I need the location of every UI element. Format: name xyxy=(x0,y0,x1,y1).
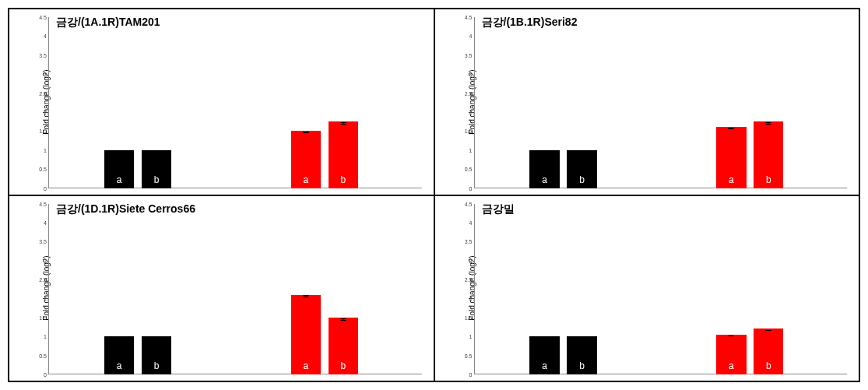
y-tick-label: 0.5 xyxy=(30,167,47,172)
y-tick-label: 2.5 xyxy=(30,277,47,283)
chart-title: 금강밀 xyxy=(482,202,515,216)
error-bar xyxy=(582,338,582,339)
plot-area: 00.511.522.533.544.5 abab xyxy=(48,204,422,375)
bar-inner-label: a xyxy=(304,360,309,371)
y-tick-label: 0 xyxy=(455,185,473,191)
y-tick-label: 0.5 xyxy=(30,353,47,358)
bar-red-b: b xyxy=(754,121,783,188)
bar-inner-label: a xyxy=(304,174,309,185)
y-tick-label: 1.5 xyxy=(30,128,47,134)
y-tick-label: 3.5 xyxy=(30,52,47,58)
error-bar xyxy=(305,295,306,297)
y-tick-label: 3.5 xyxy=(30,239,47,244)
y-tick-label: 4.5 xyxy=(30,15,47,20)
bar-red-a: a xyxy=(716,335,746,374)
y-tick-label: 3 xyxy=(30,258,47,263)
y-tick-label: 3 xyxy=(455,72,473,77)
y-ticks: 00.511.522.533.544.5 xyxy=(30,204,47,375)
y-tick-label: 3 xyxy=(30,72,47,77)
y-tick-label: 2.5 xyxy=(30,90,47,96)
chart-panel-2: 금강/(1D.1R)Siete Cerros66 Fold change (lo… xyxy=(9,195,434,382)
y-tick-label: 0 xyxy=(455,372,473,378)
plot-area: 00.511.522.533.544.5 abab xyxy=(48,17,422,188)
bar-inner-label: b xyxy=(766,174,771,185)
error-bar xyxy=(731,336,732,336)
bar-black-a: a xyxy=(104,336,134,374)
bars-container: abab xyxy=(48,204,422,375)
bar-black-b: b xyxy=(142,150,171,188)
bar-black-a: a xyxy=(529,336,559,374)
bar-red-b: b xyxy=(329,121,358,188)
bars-container: abab xyxy=(48,17,422,188)
y-tick-label: 1 xyxy=(30,334,47,339)
chart-title: 금강/(1A.1R)TAM201 xyxy=(56,16,160,30)
plot-area: 00.511.522.533.544.5 abab xyxy=(474,204,848,375)
y-tick-label: 3.5 xyxy=(455,52,473,58)
bar-inner-label: b xyxy=(340,360,346,371)
y-tick-label: 2.5 xyxy=(455,277,473,283)
error-bar xyxy=(544,338,545,339)
y-tick-label: 2 xyxy=(30,296,47,301)
error-bar xyxy=(343,318,343,321)
bar-inner-label: b xyxy=(154,174,160,185)
bar-inner-label: a xyxy=(117,174,122,185)
y-tick-label: 1.5 xyxy=(455,314,473,320)
bar-black-a: a xyxy=(104,150,134,188)
y-tick-label: 4 xyxy=(455,220,473,225)
y-tick-label: 2.5 xyxy=(455,90,473,96)
bar-inner-label: a xyxy=(729,174,734,185)
bar-inner-label: b xyxy=(579,360,585,371)
bar-black-b: b xyxy=(142,336,171,374)
plot-area: 00.511.522.533.544.5 abab xyxy=(474,17,848,188)
y-tick-label: 3.5 xyxy=(455,239,473,244)
bar-red-a: a xyxy=(716,127,746,188)
bar-red-b: b xyxy=(329,318,358,374)
bar-red-a: a xyxy=(291,131,321,188)
bar-inner-label: a xyxy=(542,360,547,371)
y-tick-label: 0.5 xyxy=(455,353,473,358)
error-bar xyxy=(731,128,732,129)
y-tick-label: 1 xyxy=(455,334,473,339)
y-tick-label: 4.5 xyxy=(455,15,473,20)
y-tick-label: 4 xyxy=(30,220,47,225)
bar-black-b: b xyxy=(567,336,596,374)
y-ticks: 00.511.522.533.544.5 xyxy=(455,204,473,375)
error-bar xyxy=(156,338,157,339)
error-bar xyxy=(119,151,120,152)
bar-inner-label: b xyxy=(579,174,585,185)
y-tick-label: 4.5 xyxy=(30,201,47,206)
y-tick-label: 4.5 xyxy=(455,201,473,206)
y-tick-label: 1 xyxy=(30,147,47,153)
error-bar xyxy=(119,338,120,339)
y-ticks: 00.511.522.533.544.5 xyxy=(455,17,473,188)
bar-black-a: a xyxy=(529,150,559,188)
bar-inner-label: a xyxy=(542,174,547,185)
y-tick-label: 4 xyxy=(455,33,473,39)
bar-inner-label: a xyxy=(117,360,122,371)
y-tick-label: 0 xyxy=(30,185,47,191)
y-ticks: 00.511.522.533.544.5 xyxy=(30,17,47,188)
bar-inner-label: b xyxy=(154,360,160,371)
chart-title: 금강/(1D.1R)Siete Cerros66 xyxy=(56,202,195,216)
chart-grid: 금강/(1A.1R)TAM201 Fold change (log2) 00.5… xyxy=(8,8,860,382)
chart-panel-0: 금강/(1A.1R)TAM201 Fold change (log2) 00.5… xyxy=(9,9,434,195)
bars-container: abab xyxy=(474,204,848,375)
y-tick-label: 1 xyxy=(455,147,473,153)
bars-container: abab xyxy=(474,17,848,188)
y-tick-label: 2 xyxy=(455,109,473,114)
bar-red-a: a xyxy=(291,295,321,374)
bar-red-b: b xyxy=(754,329,783,374)
error-bar xyxy=(343,122,343,125)
y-tick-label: 4 xyxy=(30,33,47,39)
bar-inner-label: a xyxy=(729,360,734,371)
y-tick-label: 0 xyxy=(30,372,47,378)
error-bar xyxy=(156,151,157,152)
chart-panel-1: 금강/(1B.1R)Seri82 Fold change (log2) 00.5… xyxy=(434,9,860,195)
y-tick-label: 1.5 xyxy=(455,128,473,134)
y-tick-label: 1.5 xyxy=(30,314,47,320)
error-bar xyxy=(544,151,545,152)
error-bar xyxy=(768,330,769,332)
y-tick-label: 2 xyxy=(30,109,47,114)
y-tick-label: 3 xyxy=(455,258,473,263)
chart-panel-3: 금강밀 Fold change (log2) 00.511.522.533.54… xyxy=(434,195,860,382)
